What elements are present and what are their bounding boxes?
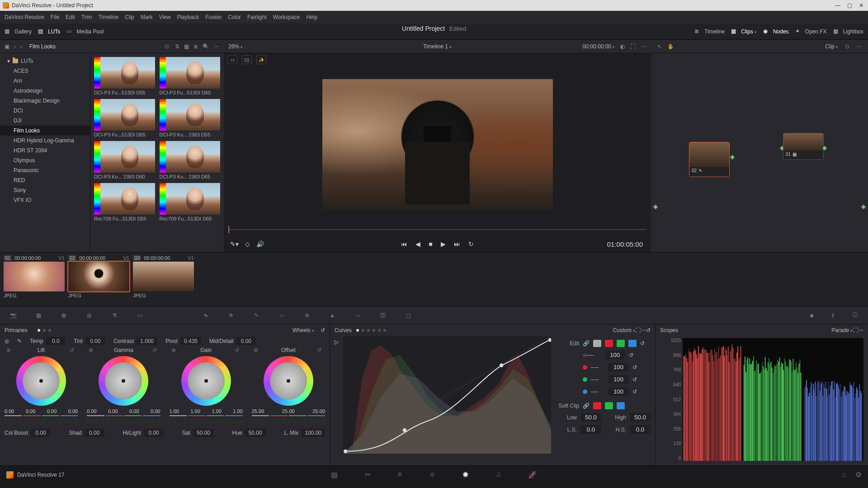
luts-item-hdr-st-2084[interactable]: HDR ST 2084 — [0, 145, 90, 155]
softclip-r[interactable] — [593, 402, 601, 409]
menu-fairlight[interactable]: Fairlight — [247, 14, 267, 20]
viewer-timecode[interactable]: 00:00:00:00 — [583, 43, 615, 50]
sizing-icon[interactable]: ▢ — [402, 310, 414, 321]
wheel-picker-icon[interactable]: ⊕ — [171, 347, 176, 353]
page-media-button[interactable]: ▤ — [331, 470, 338, 479]
wheel-reset-button[interactable] — [152, 347, 157, 353]
softclip-hs[interactable] — [630, 425, 651, 434]
slider-y-icon[interactable]: ○── — [583, 352, 601, 358]
qualifier-icon[interactable]: ✎ — [250, 310, 262, 321]
clip-01[interactable]: 0100:00:00:00V1JPEG — [4, 255, 65, 303]
menu-color[interactable]: Color — [228, 14, 241, 20]
clip-03[interactable]: 0300:00:00:00V1JPEG — [133, 255, 194, 303]
shad-value[interactable]: 0.00 — [85, 429, 104, 437]
more-icon[interactable]: ⋯ — [214, 43, 219, 50]
luts-item-vfx-io[interactable]: VFX IO — [0, 195, 90, 205]
window-minimize-button[interactable]: — — [834, 2, 842, 9]
wheel-jog[interactable] — [5, 419, 78, 424]
wheel-value[interactable]: 1.00 — [190, 408, 200, 414]
grid-view-icon[interactable]: ▦ — [184, 43, 189, 50]
window-icon[interactable]: ○ — [276, 310, 288, 321]
wheel-value[interactable]: 1.00 — [170, 408, 179, 414]
go-end-button[interactable]: ⏭ — [454, 240, 460, 248]
luts-item-olympus[interactable]: Olympus — [0, 155, 90, 165]
primaries-wheel-icon[interactable]: ◎ — [58, 310, 70, 321]
home-button[interactable]: ⌂ — [842, 470, 846, 479]
motion-icon[interactable]: ▭ — [134, 310, 146, 321]
menu-clip[interactable]: Clip — [125, 14, 134, 20]
sort-icon[interactable]: ⇅ — [175, 43, 179, 50]
play-button[interactable]: ▶ — [441, 240, 446, 248]
wheel-value[interactable]: 1.00 — [212, 408, 221, 414]
color-match-icon[interactable]: ▦ — [33, 310, 44, 321]
highlight-icon[interactable]: ▭ — [227, 55, 237, 64]
scopes-more-icon[interactable]: ⋯ — [858, 327, 863, 333]
lut-item[interactable]: Rec709 Fu...513DI D55 — [94, 183, 155, 221]
scopes-mode[interactable]: Parade — [831, 327, 853, 333]
menu-edit[interactable]: Edit — [66, 14, 75, 20]
luts-item-film-looks[interactable]: Film Looks — [0, 126, 90, 136]
contrast-value[interactable]: 1.000 — [137, 337, 157, 345]
magic-mask-icon[interactable]: ▲ — [326, 310, 338, 321]
color-wheel-lift[interactable] — [16, 356, 66, 406]
search-icon[interactable]: 🔍 — [203, 43, 209, 50]
info-icon[interactable]: ⓘ — [849, 310, 861, 321]
expand-icon[interactable]: ⛶ — [630, 43, 636, 50]
menu-fusion[interactable]: Fusion — [205, 14, 222, 20]
page-deliver-button[interactable]: 🚀 — [528, 470, 537, 479]
window-close-button[interactable]: ✕ — [857, 2, 865, 9]
go-start-button[interactable]: ⏮ — [401, 240, 407, 248]
softclip-g[interactable] — [605, 402, 613, 409]
menu-trim[interactable]: Trim — [81, 14, 92, 20]
color-wheel-gamma[interactable] — [99, 356, 148, 406]
wheel-value[interactable]: 0.00 — [151, 408, 160, 414]
luts-item-aces[interactable]: ACES — [0, 66, 90, 76]
graph-output-port[interactable] — [861, 204, 866, 209]
softclip-b[interactable] — [617, 402, 625, 409]
hdr-wheel-icon[interactable]: ◍ — [83, 310, 95, 321]
curves-more-icon[interactable]: ⋯ — [641, 327, 646, 333]
menu-view[interactable]: View — [159, 14, 171, 20]
clips-button[interactable]: ▦Clips — [731, 28, 757, 35]
menu-timeline[interactable]: Timeline — [98, 14, 118, 20]
wheel-value[interactable]: 0.00 — [108, 408, 118, 414]
wheel-picker-icon[interactable]: ⊕ — [254, 347, 258, 353]
colboost-value[interactable]: 0.00 — [31, 429, 51, 437]
nodes-button[interactable]: ◉Nodes — [763, 28, 789, 35]
timeline-button[interactable]: ≣Timeline — [694, 28, 725, 35]
lut-item[interactable]: DCI-P3 Fu...513DI D55 — [94, 57, 155, 95]
intensity-r[interactable] — [608, 363, 629, 371]
channel-y-button[interactable]: Y — [593, 340, 601, 347]
wheel-reset-button[interactable] — [235, 347, 239, 353]
intensity-b[interactable] — [608, 387, 629, 396]
menu-mark[interactable]: Mark — [141, 14, 153, 20]
edit-reset[interactable] — [640, 340, 645, 347]
wand-icon[interactable]: ✨ — [256, 55, 266, 64]
page-color-button[interactable]: ✺ — [462, 470, 468, 479]
color-wheel-offset[interactable] — [264, 356, 313, 406]
luts-item-blackmagic-design[interactable]: Blackmagic Design — [0, 96, 90, 106]
luts-button[interactable]: ▤LUTs — [38, 28, 60, 35]
intensity-y[interactable] — [604, 351, 625, 359]
viewer-more-icon[interactable]: ⋯ — [641, 43, 646, 50]
settings-button[interactable]: ⚙ — [855, 470, 862, 479]
softclip-ls[interactable] — [580, 425, 601, 434]
viewer-canvas[interactable] — [224, 66, 651, 223]
luts-item-dci[interactable]: DCI — [0, 106, 90, 116]
hue-value[interactable]: 50.00 — [245, 429, 266, 437]
wheel-value[interactable]: 25.00 — [312, 408, 325, 414]
panel-toggle-icon[interactable]: ▣ — [5, 43, 9, 50]
clip-02[interactable]: 0200:00:00:00V1JPEG — [68, 255, 129, 303]
page-fusion-button[interactable]: ⚛ — [429, 470, 435, 479]
channel-b-button[interactable] — [628, 340, 637, 347]
wheel-value[interactable]: 0.00 — [47, 408, 57, 414]
lmix-value[interactable]: 100.00 — [301, 429, 325, 437]
wheel-value[interactable]: 1.00 — [233, 408, 242, 414]
curves-reset-button[interactable] — [646, 327, 651, 333]
primaries-mode[interactable]: Wheels — [292, 327, 314, 333]
page-fairlight-button[interactable]: ♫ — [495, 470, 501, 479]
wheel-jog[interactable] — [87, 419, 160, 424]
luts-item-red[interactable]: RED — [0, 175, 90, 185]
scopes-expand-icon[interactable]: ⛶ — [853, 327, 858, 333]
auto-balance-icon[interactable]: ◎ — [5, 338, 9, 344]
